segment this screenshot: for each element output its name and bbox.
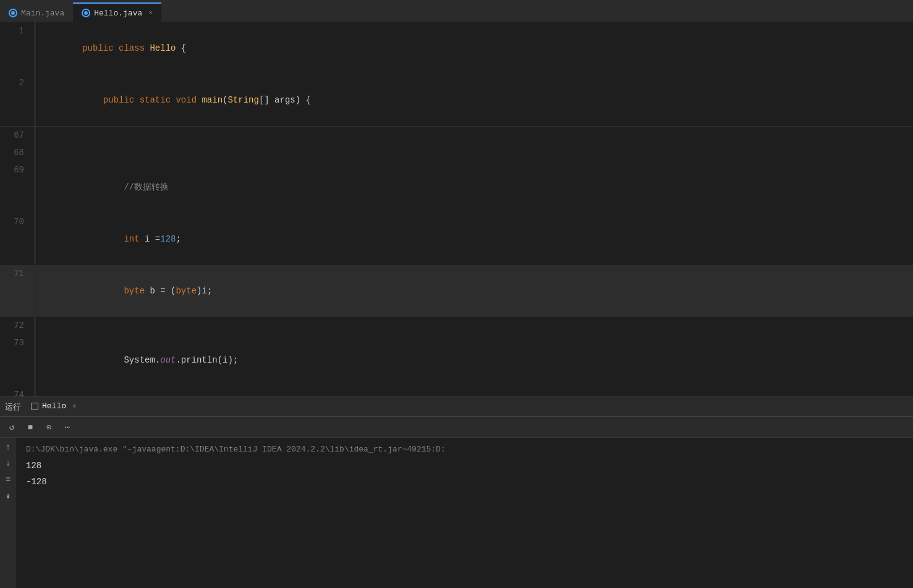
line-num-74: 74	[0, 386, 34, 397]
tab-hello[interactable]: Hello.java ×	[73, 2, 161, 22]
kw-static-2: static	[140, 95, 176, 105]
line-content-72[interactable]	[36, 317, 913, 334]
kw-string: String	[227, 95, 258, 105]
tab-main-label: Main.java	[21, 9, 64, 18]
kw-class-1: class	[119, 43, 150, 53]
cast-close: )i;	[197, 286, 212, 296]
output-value-128: 128	[26, 458, 903, 474]
kw-void-2: void	[176, 95, 202, 105]
tab-bar: Main.java Hello.java ×	[0, 0, 913, 22]
scroll-up-button[interactable]: ↑	[1, 440, 15, 454]
hello-java-icon	[82, 9, 90, 17]
code-line-68: 68	[0, 144, 913, 161]
panel-run-label: 运行	[5, 401, 21, 413]
kw-byte-71: byte	[124, 286, 145, 296]
num-128: 128	[160, 234, 176, 244]
line-content-69[interactable]: //数据转换	[36, 161, 913, 213]
comment-data: //数据转换	[124, 182, 169, 192]
line-num-70: 70	[0, 213, 34, 265]
line-content-1[interactable]: public class Hello {	[36, 22, 913, 74]
panel-toolbar: ↺■⊙⋯	[0, 417, 913, 438]
line-content-2[interactable]: public static void main(String[] args) {	[36, 74, 913, 126]
line-num-68: 68	[0, 144, 34, 161]
kw-public-2: public	[82, 95, 139, 105]
line-num-73: 73	[0, 334, 34, 386]
bottom-panel: 运行 Hello × ↺■⊙⋯ ↑↓≡↡ D:\JDK\bin\java.exe…	[0, 397, 913, 588]
code-line-67: 67	[0, 127, 913, 144]
code-line-69: 69 //数据转换	[0, 161, 913, 213]
code-scroll[interactable]: 67 68 69 //数据转换 70 int i =128;	[0, 127, 913, 397]
line-content-71[interactable]: byte b = (byte)i;	[36, 265, 913, 317]
line-num-72: 72	[0, 317, 34, 334]
line-num-2: 2	[0, 74, 34, 126]
kw-public-1: public	[82, 43, 119, 53]
panel-tab-hello[interactable]: Hello ×	[31, 397, 77, 417]
tab-main[interactable]: Main.java	[0, 2, 73, 22]
indent-73: System.	[82, 355, 160, 365]
scroll-end-button[interactable]: ↡	[1, 489, 15, 502]
output-neg128: -128	[26, 474, 47, 490]
line-num-1: 1	[0, 22, 34, 74]
semi-70: ;	[176, 234, 180, 244]
var-b: b = (	[145, 286, 176, 296]
rerun-button[interactable]: ↺	[5, 421, 19, 434]
pinned-lines: 1 public class Hello { 2 public static v…	[0, 22, 913, 127]
line-content-68[interactable]	[36, 144, 913, 161]
line-num-67: 67	[0, 127, 34, 144]
code-line-2: 2 public static void main(String[] args)…	[0, 74, 913, 126]
panel-tab-bar: 运行 Hello ×	[0, 397, 913, 417]
panel-tab-hello-label: Hello	[42, 401, 66, 411]
run-tab-icon	[31, 403, 38, 410]
code-line-1: 1 public class Hello {	[0, 22, 913, 74]
code-line-72: 72	[0, 317, 913, 334]
line-content-70[interactable]: int i =128;	[36, 213, 913, 265]
code-line-74: 74 System.out.println(b);	[0, 386, 913, 397]
stop-button[interactable]: ■	[23, 421, 37, 434]
params-rest: [] args) {	[259, 95, 311, 105]
output-value-neg128: -128	[26, 474, 903, 490]
println-i: .println(i);	[176, 355, 238, 365]
panel-tab-close[interactable]: ×	[72, 403, 77, 410]
output-cmd-line: D:\JDK\bin\java.exe "-javaagent:D:\IDEA\…	[26, 442, 903, 458]
wrap-button[interactable]: ≡	[1, 472, 15, 486]
code-line-73: 73 System.out.println(i);	[0, 334, 913, 386]
panel-output: D:\JDK\bin\java.exe "-javaagent:D:\IDEA\…	[16, 438, 913, 588]
tab-hello-close[interactable]: ×	[148, 9, 153, 17]
indent-71	[82, 286, 124, 296]
coverage-button[interactable]: ⊙	[42, 421, 56, 434]
cast-byte: byte	[176, 286, 197, 296]
indent-69	[82, 182, 124, 192]
more-button[interactable]: ⋯	[61, 421, 74, 434]
indent-70	[82, 234, 124, 244]
out-73: out	[160, 355, 176, 365]
main-java-icon	[9, 9, 17, 17]
class-name: Hello	[150, 43, 176, 53]
scroll-down-button[interactable]: ↓	[1, 456, 15, 470]
method-main: main	[202, 95, 223, 105]
code-line-71: 71 byte b = (byte)i;	[0, 265, 913, 317]
editor-area: 1 public class Hello { 2 public static v…	[0, 22, 913, 397]
line-num-71: 71	[0, 265, 34, 317]
line-content-73[interactable]: System.out.println(i);	[36, 334, 913, 386]
code-line-70: 70 int i =128;	[0, 213, 913, 265]
kw-int-70: int	[124, 234, 139, 244]
line-content-67[interactable]	[36, 127, 913, 144]
line-content-74[interactable]: System.out.println(b);	[36, 386, 913, 397]
brace-1: {	[176, 43, 186, 53]
line-num-69: 69	[0, 161, 34, 213]
tab-hello-label: Hello.java	[94, 9, 142, 18]
output-128: 128	[26, 458, 41, 474]
var-i: i =	[140, 234, 161, 244]
output-command: D:\JDK\bin\java.exe "-javaagent:D:\IDEA\…	[26, 442, 446, 458]
